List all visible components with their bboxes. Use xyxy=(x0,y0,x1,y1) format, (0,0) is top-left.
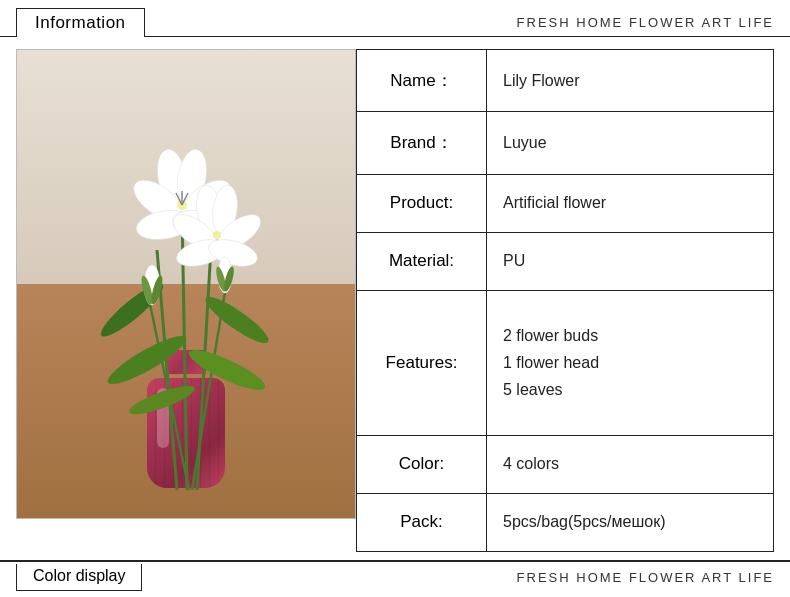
table-row-features: Features: 2 flower buds 1 flower head 5 … xyxy=(357,290,774,435)
name-value: Lily Flower xyxy=(487,50,774,112)
features-line3: 5 leaves xyxy=(503,381,563,398)
features-value: 2 flower buds 1 flower head 5 leaves xyxy=(487,290,774,435)
table-row-material: Material: PU xyxy=(357,232,774,290)
pack-label: Pack: xyxy=(357,493,487,551)
brand-top: FRESH HOME FLOWER ART LIFE xyxy=(517,15,774,30)
flower-scene xyxy=(17,50,355,518)
main-content: Name： Lily Flower Brand： Luyue Product: … xyxy=(0,37,790,560)
info-table: Name： Lily Flower Brand： Luyue Product: … xyxy=(356,49,774,552)
color-tab-label: Color display xyxy=(33,567,125,584)
vase-highlight xyxy=(157,388,169,448)
vase xyxy=(146,368,226,488)
pack-value: 5pcs/bag(5pcs/мешок) xyxy=(487,493,774,551)
top-bar: Information FRESH HOME FLOWER ART LIFE xyxy=(0,0,790,37)
product-image-box xyxy=(16,49,356,519)
info-tab: Information xyxy=(16,8,145,37)
page-wrapper: Information FRESH HOME FLOWER ART LIFE xyxy=(0,0,790,597)
features-label: Features: xyxy=(357,290,487,435)
name-label: Name： xyxy=(357,50,487,112)
color-value: 4 colors xyxy=(487,435,774,493)
vase-body xyxy=(147,378,225,488)
brand-bottom: FRESH HOME FLOWER ART LIFE xyxy=(517,570,774,585)
material-value: PU xyxy=(487,232,774,290)
product-value: Artificial flower xyxy=(487,174,774,232)
features-line2: 1 flower head xyxy=(503,354,599,371)
bottom-bar: Color display FRESH HOME FLOWER ART LIFE xyxy=(0,560,790,597)
material-label: Material: xyxy=(357,232,487,290)
bg-wall xyxy=(17,50,355,307)
color-label: Color: xyxy=(357,435,487,493)
table-row-brand: Brand： Luyue xyxy=(357,112,774,174)
info-table-wrap: Name： Lily Flower Brand： Luyue Product: … xyxy=(356,49,774,552)
table-row-product: Product: Artificial flower xyxy=(357,174,774,232)
color-tab: Color display xyxy=(16,564,142,591)
table-row-color: Color: 4 colors xyxy=(357,435,774,493)
vase-neck xyxy=(166,350,206,374)
info-tab-label: Information xyxy=(35,13,126,32)
brand-label: Brand： xyxy=(357,112,487,174)
features-line1: 2 flower buds xyxy=(503,327,598,344)
product-label: Product: xyxy=(357,174,487,232)
brand-value: Luyue xyxy=(487,112,774,174)
table-row-name: Name： Lily Flower xyxy=(357,50,774,112)
bottom-bar-line xyxy=(0,560,790,562)
table-row-pack: Pack: 5pcs/bag(5pcs/мешок) xyxy=(357,493,774,551)
